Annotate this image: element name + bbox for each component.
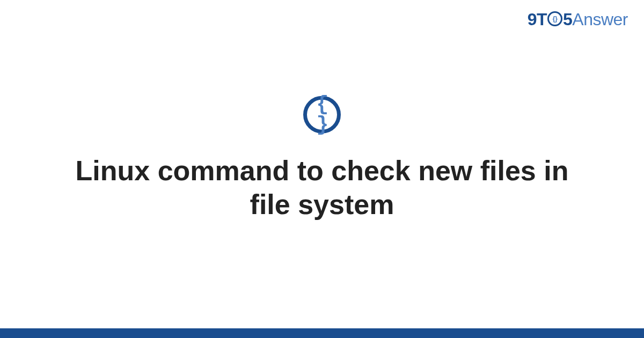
code-braces-icon: { } (303, 96, 341, 134)
braces-glyph: { } (307, 94, 337, 135)
logo-text-5: 5 (563, 10, 572, 30)
logo-circle-icon: {} (547, 11, 562, 26)
logo-braces-small: {} (552, 15, 557, 22)
logo-text-9t: 9T (528, 10, 547, 30)
logo-text-answer: Answer (572, 10, 628, 30)
footer-bar (0, 328, 644, 338)
site-logo: 9T {} 5 Answer (528, 10, 628, 30)
page-title: Linux command to check new files in file… (54, 154, 590, 222)
main-content: { } Linux command to check new files in … (0, 96, 644, 222)
